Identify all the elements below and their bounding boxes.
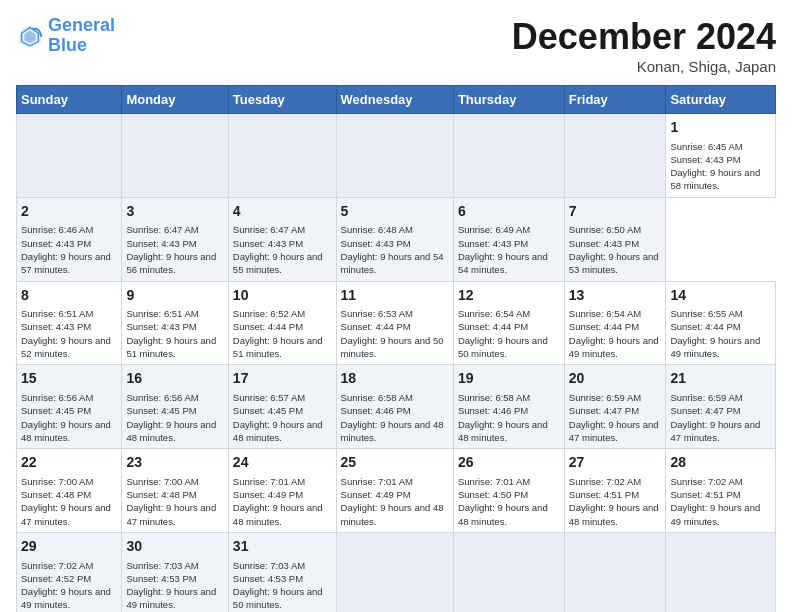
daylight-text: Daylight: 9 hours and 57 minutes. [21, 250, 117, 277]
day-cell-21: 21Sunrise: 6:59 AMSunset: 4:47 PMDayligh… [666, 365, 776, 449]
day-number: 1 [670, 118, 771, 138]
daylight-text: Daylight: 9 hours and 51 minutes. [126, 334, 223, 361]
sunrise-text: Sunrise: 6:47 AM [233, 223, 332, 236]
day-number: 27 [569, 453, 662, 473]
sunset-text: Sunset: 4:48 PM [126, 488, 223, 501]
day-number: 12 [458, 286, 560, 306]
header-day-sunday: Sunday [17, 86, 122, 114]
sunset-text: Sunset: 4:51 PM [569, 488, 662, 501]
week-row-2: 2Sunrise: 6:46 AMSunset: 4:43 PMDaylight… [17, 197, 776, 281]
day-number: 10 [233, 286, 332, 306]
day-number: 9 [126, 286, 223, 306]
sunrise-text: Sunrise: 6:45 AM [670, 140, 771, 153]
sunset-text: Sunset: 4:43 PM [670, 153, 771, 166]
day-cell-26: 26Sunrise: 7:01 AMSunset: 4:50 PMDayligh… [453, 449, 564, 533]
sunset-text: Sunset: 4:43 PM [458, 237, 560, 250]
sunset-text: Sunset: 4:48 PM [21, 488, 117, 501]
daylight-text: Daylight: 9 hours and 54 minutes. [341, 250, 449, 277]
daylight-text: Daylight: 9 hours and 48 minutes. [458, 418, 560, 445]
daylight-text: Daylight: 9 hours and 53 minutes. [569, 250, 662, 277]
title-block: December 2024 Konan, Shiga, Japan [512, 16, 776, 75]
daylight-text: Daylight: 9 hours and 58 minutes. [670, 166, 771, 193]
sunset-text: Sunset: 4:44 PM [233, 320, 332, 333]
week-row-1: 1Sunrise: 6:45 AMSunset: 4:43 PMDaylight… [17, 114, 776, 198]
day-cell-22: 22Sunrise: 7:00 AMSunset: 4:48 PMDayligh… [17, 449, 122, 533]
day-cell-4: 4Sunrise: 6:47 AMSunset: 4:43 PMDaylight… [228, 197, 336, 281]
sunset-text: Sunset: 4:43 PM [126, 320, 223, 333]
sunset-text: Sunset: 4:43 PM [21, 237, 117, 250]
sunset-text: Sunset: 4:43 PM [569, 237, 662, 250]
day-number: 23 [126, 453, 223, 473]
day-number: 30 [126, 537, 223, 557]
day-cell-23: 23Sunrise: 7:00 AMSunset: 4:48 PMDayligh… [122, 449, 228, 533]
header-day-saturday: Saturday [666, 86, 776, 114]
daylight-text: Daylight: 9 hours and 47 minutes. [21, 501, 117, 528]
sunrise-text: Sunrise: 6:51 AM [21, 307, 117, 320]
daylight-text: Daylight: 9 hours and 47 minutes. [569, 418, 662, 445]
sunset-text: Sunset: 4:49 PM [233, 488, 332, 501]
daylight-text: Daylight: 9 hours and 49 minutes. [126, 585, 223, 612]
sunrise-text: Sunrise: 6:56 AM [21, 391, 117, 404]
daylight-text: Daylight: 9 hours and 48 minutes. [341, 501, 449, 528]
sunset-text: Sunset: 4:45 PM [233, 404, 332, 417]
daylight-text: Daylight: 9 hours and 48 minutes. [21, 418, 117, 445]
day-number: 22 [21, 453, 117, 473]
daylight-text: Daylight: 9 hours and 50 minutes. [341, 334, 449, 361]
week-row-6: 29Sunrise: 7:02 AMSunset: 4:52 PMDayligh… [17, 532, 776, 612]
day-cell-6: 6Sunrise: 6:49 AMSunset: 4:43 PMDaylight… [453, 197, 564, 281]
sunrise-text: Sunrise: 6:53 AM [341, 307, 449, 320]
day-cell-9: 9Sunrise: 6:51 AMSunset: 4:43 PMDaylight… [122, 281, 228, 365]
day-number: 7 [569, 202, 662, 222]
day-number: 26 [458, 453, 560, 473]
empty-cell [564, 114, 666, 198]
daylight-text: Daylight: 9 hours and 50 minutes. [233, 585, 332, 612]
day-cell-5: 5Sunrise: 6:48 AMSunset: 4:43 PMDaylight… [336, 197, 453, 281]
month-title: December 2024 [512, 16, 776, 58]
daylight-text: Daylight: 9 hours and 48 minutes. [233, 418, 332, 445]
day-number: 2 [21, 202, 117, 222]
page-header: GeneralBlue December 2024 Konan, Shiga, … [16, 16, 776, 75]
sunset-text: Sunset: 4:44 PM [569, 320, 662, 333]
day-cell-19: 19Sunrise: 6:58 AMSunset: 4:46 PMDayligh… [453, 365, 564, 449]
day-number: 21 [670, 369, 771, 389]
sunrise-text: Sunrise: 6:59 AM [569, 391, 662, 404]
sunrise-text: Sunrise: 6:55 AM [670, 307, 771, 320]
sunrise-text: Sunrise: 6:54 AM [569, 307, 662, 320]
week-row-3: 8Sunrise: 6:51 AMSunset: 4:43 PMDaylight… [17, 281, 776, 365]
sunset-text: Sunset: 4:51 PM [670, 488, 771, 501]
empty-cell [336, 114, 453, 198]
empty-cell [122, 114, 228, 198]
day-number: 29 [21, 537, 117, 557]
sunset-text: Sunset: 4:43 PM [341, 237, 449, 250]
sunrise-text: Sunrise: 6:54 AM [458, 307, 560, 320]
header-day-thursday: Thursday [453, 86, 564, 114]
sunrise-text: Sunrise: 7:03 AM [126, 559, 223, 572]
daylight-text: Daylight: 9 hours and 49 minutes. [670, 334, 771, 361]
day-cell-27: 27Sunrise: 7:02 AMSunset: 4:51 PMDayligh… [564, 449, 666, 533]
daylight-text: Daylight: 9 hours and 49 minutes. [21, 585, 117, 612]
sunrise-text: Sunrise: 7:02 AM [670, 475, 771, 488]
day-cell-11: 11Sunrise: 6:53 AMSunset: 4:44 PMDayligh… [336, 281, 453, 365]
sunset-text: Sunset: 4:47 PM [670, 404, 771, 417]
day-number: 19 [458, 369, 560, 389]
daylight-text: Daylight: 9 hours and 48 minutes. [233, 501, 332, 528]
day-number: 28 [670, 453, 771, 473]
sunset-text: Sunset: 4:47 PM [569, 404, 662, 417]
sunrise-text: Sunrise: 7:03 AM [233, 559, 332, 572]
sunrise-text: Sunrise: 6:49 AM [458, 223, 560, 236]
sunset-text: Sunset: 4:44 PM [341, 320, 449, 333]
sunset-text: Sunset: 4:46 PM [458, 404, 560, 417]
sunset-text: Sunset: 4:44 PM [670, 320, 771, 333]
daylight-text: Daylight: 9 hours and 49 minutes. [670, 501, 771, 528]
header-day-wednesday: Wednesday [336, 86, 453, 114]
day-number: 11 [341, 286, 449, 306]
day-number: 25 [341, 453, 449, 473]
empty-cell [564, 532, 666, 612]
sunrise-text: Sunrise: 6:59 AM [670, 391, 771, 404]
week-row-4: 15Sunrise: 6:56 AMSunset: 4:45 PMDayligh… [17, 365, 776, 449]
daylight-text: Daylight: 9 hours and 47 minutes. [126, 501, 223, 528]
sunset-text: Sunset: 4:52 PM [21, 572, 117, 585]
day-cell-10: 10Sunrise: 6:52 AMSunset: 4:44 PMDayligh… [228, 281, 336, 365]
day-number: 8 [21, 286, 117, 306]
day-cell-30: 30Sunrise: 7:03 AMSunset: 4:53 PMDayligh… [122, 532, 228, 612]
